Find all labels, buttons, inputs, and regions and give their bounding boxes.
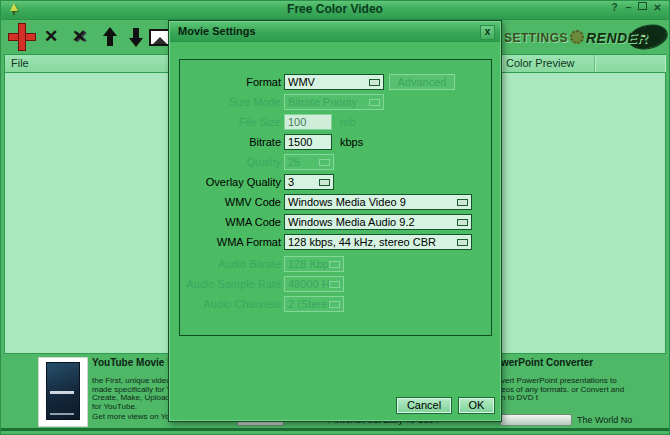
format-label: Format	[179, 74, 281, 90]
dropdown-icon	[319, 159, 330, 166]
quality-select: 25	[284, 154, 334, 170]
format-select[interactable]: WMV	[284, 74, 384, 90]
gear-icon	[570, 30, 584, 44]
dropdown-icon	[369, 99, 380, 106]
maximize-button[interactable]	[636, 1, 649, 15]
help-button[interactable]: ?	[608, 1, 621, 15]
maximize-icon	[638, 2, 647, 10]
close-button[interactable]: ✕	[651, 1, 664, 15]
audio-sample-rate-select: 48000 Hz	[284, 276, 344, 292]
dialog-titlebar: Movie Settings x	[170, 22, 500, 42]
wma-format-label: WMA Format	[179, 234, 281, 250]
dropdown-icon	[457, 199, 468, 206]
ad-left-boxart[interactable]	[38, 357, 88, 427]
add-file-button[interactable]	[8, 23, 34, 49]
x-icon: ✕	[44, 27, 58, 46]
up-arrow-icon	[103, 27, 117, 36]
audio-bitrate-label: Audio Bitrate	[179, 256, 281, 272]
render-label: RENDER	[586, 30, 648, 46]
file-size-label: File Size	[179, 114, 281, 130]
wma-code-select[interactable]: Windows Media Audio 9.2	[284, 214, 472, 230]
dialog-close-button[interactable]: x	[480, 25, 495, 40]
column-header-color-preview[interactable]: Color Preview	[502, 55, 595, 72]
audio-sample-rate-label: Audio Sample Rate	[179, 276, 281, 292]
bitrate-unit: kbps	[340, 134, 363, 150]
dropdown-icon	[329, 281, 340, 288]
bottom-divider	[0, 428, 670, 431]
ad-left-title[interactable]: YouTube Movie M	[92, 357, 176, 368]
ad-right-text: vert PowerPoint presentations to eos of …	[501, 377, 624, 403]
dropdown-icon	[329, 261, 340, 268]
render-button[interactable]: RENDER	[586, 27, 666, 49]
down-arrow-icon	[129, 38, 143, 47]
remove-file-button[interactable]: ✕	[44, 28, 58, 46]
overlay-quality-select[interactable]: 3	[284, 174, 334, 190]
column-header-empty	[595, 55, 665, 72]
bitrate-input[interactable]	[284, 134, 332, 150]
wmv-code-select[interactable]: Windows Media Video 9	[284, 194, 472, 210]
dropdown-icon	[369, 79, 380, 86]
ad-right-title[interactable]: werPoint Converter	[501, 357, 593, 368]
remove-all-button[interactable]: ✕	[72, 28, 86, 46]
wma-code-label: WMA Code	[179, 214, 281, 230]
settings-button[interactable]: SETTINGS	[504, 30, 584, 45]
dropdown-icon	[457, 239, 468, 246]
ad-right-button[interactable]	[500, 414, 572, 426]
wmv-code-label: WMV Code	[179, 194, 281, 210]
file-size-input	[284, 114, 332, 130]
movie-settings-dialog: Movie Settings x Format WMV Advanced Siz…	[168, 20, 502, 422]
window-title: Free Color Video	[0, 0, 670, 19]
wma-format-select[interactable]: 128 kbps, 44 kHz, stereo CBR	[284, 234, 472, 250]
ad-left-text: the First, unique video e made specifica…	[92, 377, 180, 411]
minimize-button[interactable]: –	[622, 1, 635, 15]
bitrate-label: Bitrate	[179, 134, 281, 150]
double-x-icon: ✕	[72, 27, 86, 46]
dropdown-icon	[319, 179, 330, 186]
audio-channels-select: 2 (Stereo)	[284, 296, 344, 312]
cancel-button[interactable]: Cancel	[396, 397, 452, 414]
dropdown-icon	[457, 219, 468, 226]
settings-label: SETTINGS	[504, 31, 568, 45]
software-box-icon	[46, 362, 80, 420]
quality-label: Quality	[179, 154, 281, 170]
overlay-quality-label: Overlay Quality	[179, 174, 281, 190]
move-up-button[interactable]	[103, 27, 117, 47]
advanced-button: Advanced	[389, 74, 455, 90]
audio-channels-label: Audio Channels	[179, 296, 281, 312]
titlebar: Free Color Video ? – ✕	[0, 0, 670, 20]
ad-right-footer: The World No	[577, 415, 632, 425]
audio-bitrate-select: 128 Kbps	[284, 256, 344, 272]
size-mode-select: Bitrate Priority	[284, 94, 384, 110]
ok-button[interactable]: OK	[458, 397, 495, 414]
file-size-unit: mb	[340, 114, 355, 130]
dropdown-icon	[329, 301, 340, 308]
size-mode-label: Size Mode	[179, 94, 281, 110]
move-down-button[interactable]	[129, 27, 143, 47]
dialog-title: Movie Settings	[170, 22, 500, 41]
